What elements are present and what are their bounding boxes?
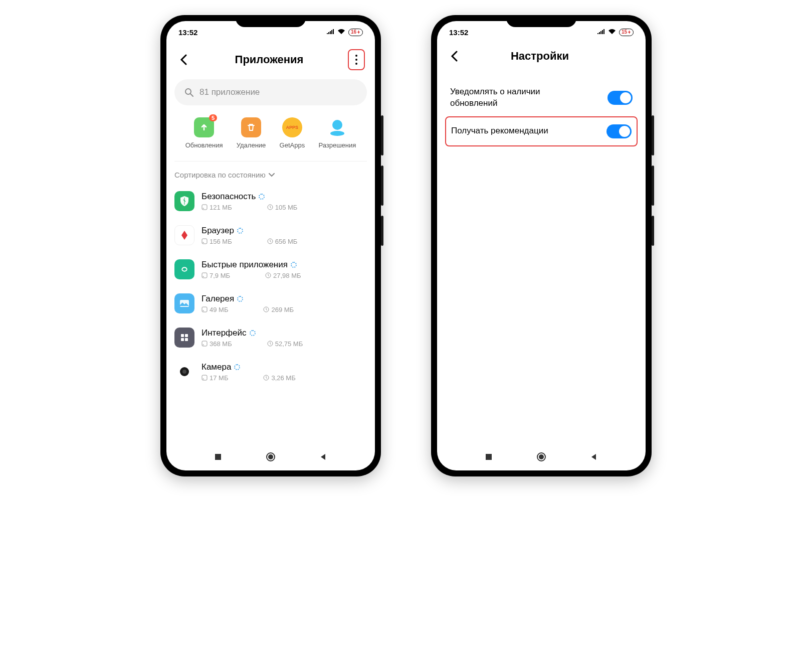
data-size: 105 МБ [267, 204, 298, 211]
svg-rect-13 [202, 273, 207, 278]
storage-size: 121 МБ [201, 204, 232, 211]
nav-back-button[interactable] [589, 452, 599, 462]
nav-recents-button[interactable] [484, 452, 494, 462]
screen-apps: 13:52 16 Приложения 81 приложение [166, 21, 375, 470]
updates-icon: 5 [194, 117, 214, 137]
setting-recommendations[interactable]: Получать рекомендации [445, 116, 638, 146]
status-icons: 16 [326, 29, 363, 36]
action-updates[interactable]: 5 Обновления [185, 117, 223, 149]
svg-point-2 [355, 63, 357, 65]
back-button[interactable] [447, 49, 461, 63]
svg-rect-35 [486, 454, 492, 460]
nav-recents-button[interactable] [213, 452, 223, 462]
status-bar: 13:52 16 [166, 21, 375, 40]
security-icon [174, 191, 194, 211]
more-options-button[interactable] [348, 49, 365, 70]
svg-rect-24 [202, 341, 207, 346]
list-item[interactable]: Галерея 49 МБ 269 МБ [174, 286, 367, 320]
svg-point-14 [203, 276, 204, 277]
header: Настройки [437, 40, 646, 69]
svg-point-30 [203, 379, 204, 380]
action-updates-label: Обновления [185, 141, 223, 149]
loading-spinner-icon [259, 194, 265, 200]
camera-icon [174, 362, 194, 382]
nav-bar [437, 443, 646, 470]
nav-home-button[interactable] [536, 452, 546, 462]
svg-point-25 [203, 345, 204, 346]
svg-point-11 [203, 242, 204, 243]
action-getapps[interactable]: APPS GetApps [280, 117, 305, 149]
settings-list: Уведомлять о наличии обновлений Получать… [437, 69, 646, 156]
action-row: 5 Обновления Удаление APPS GetApps [174, 113, 367, 161]
svg-rect-21 [185, 334, 188, 337]
browser-icon [174, 225, 194, 245]
nav-home-button[interactable] [266, 452, 276, 462]
phone-frame-left: 13:52 16 Приложения 81 приложение [160, 15, 381, 476]
battery-indicator: 16 [348, 29, 363, 36]
app-list: Безопасность 121 МБ 105 МБ Браузер 156 М… [166, 184, 375, 443]
loading-spinner-icon [237, 296, 243, 302]
action-uninstall-label: Удаление [237, 141, 266, 149]
header: Приложения [166, 40, 375, 76]
action-permissions[interactable]: Разрешения [318, 117, 356, 149]
svg-rect-10 [202, 239, 207, 244]
chevron-down-icon [269, 173, 275, 177]
svg-point-6 [330, 131, 344, 136]
search-placeholder: 81 приложение [199, 87, 260, 97]
svg-rect-17 [202, 307, 207, 312]
list-item[interactable]: Браузер 156 МБ 656 МБ [174, 218, 367, 252]
gallery-icon [174, 293, 194, 313]
more-vertical-icon [355, 55, 357, 65]
setting-notify-updates[interactable]: Уведомлять о наличии обновлений [445, 79, 638, 116]
getapps-icon: APPS [282, 117, 302, 137]
signal-icon [326, 29, 334, 36]
search-input[interactable]: 81 приложение [174, 79, 367, 105]
list-item[interactable]: Камера 17 МБ 3,26 МБ [174, 355, 367, 389]
permissions-icon [327, 117, 347, 137]
svg-rect-7 [202, 205, 207, 210]
loading-spinner-icon [291, 262, 297, 268]
wifi-icon [608, 29, 616, 36]
action-permissions-label: Разрешения [318, 141, 356, 149]
svg-point-1 [355, 59, 357, 61]
status-time: 13:52 [449, 28, 468, 37]
loading-spinner-icon [237, 228, 243, 234]
setting-label: Получать рекомендации [451, 125, 548, 137]
svg-rect-20 [181, 334, 184, 337]
status-icons: 15 [597, 29, 634, 36]
svg-point-8 [203, 208, 204, 209]
toggle-notify-updates[interactable] [607, 91, 633, 105]
list-item[interactable]: Быстрые приложения 7,9 МБ 27,98 МБ [174, 252, 367, 286]
page-title: Приложения [190, 53, 348, 66]
wifi-icon [337, 29, 345, 36]
search-icon [184, 88, 193, 97]
back-button[interactable] [176, 53, 190, 67]
svg-point-28 [182, 370, 186, 374]
svg-line-4 [190, 94, 193, 96]
svg-point-0 [355, 55, 357, 57]
svg-point-5 [332, 120, 342, 130]
svg-rect-29 [202, 375, 207, 380]
status-time: 13:52 [178, 28, 197, 37]
svg-rect-22 [181, 338, 184, 341]
action-uninstall[interactable]: Удаление [237, 117, 266, 149]
svg-point-34 [268, 454, 273, 459]
sort-dropdown[interactable]: Сортировка по состоянию [166, 161, 375, 184]
svg-point-37 [539, 454, 544, 459]
svg-rect-32 [215, 454, 221, 460]
nav-back-button[interactable] [318, 452, 328, 462]
list-item[interactable]: Интерфейс 368 МБ 52,75 МБ [174, 320, 367, 355]
loading-spinner-icon [234, 364, 240, 370]
toggle-recommendations[interactable] [606, 124, 632, 138]
nav-bar [166, 443, 375, 470]
trash-icon [241, 117, 261, 137]
status-bar: 13:52 15 [437, 21, 646, 40]
setting-label: Уведомлять о наличии обновлений [450, 86, 580, 109]
svg-rect-23 [185, 338, 188, 341]
list-item[interactable]: Безопасность 121 МБ 105 МБ [174, 184, 367, 218]
screen-settings: 13:52 15 Настройки Уведомлять о наличии … [437, 21, 646, 470]
svg-point-18 [203, 310, 204, 311]
battery-indicator: 15 [619, 29, 634, 36]
updates-badge: 5 [209, 114, 217, 121]
interface-icon [174, 328, 194, 348]
